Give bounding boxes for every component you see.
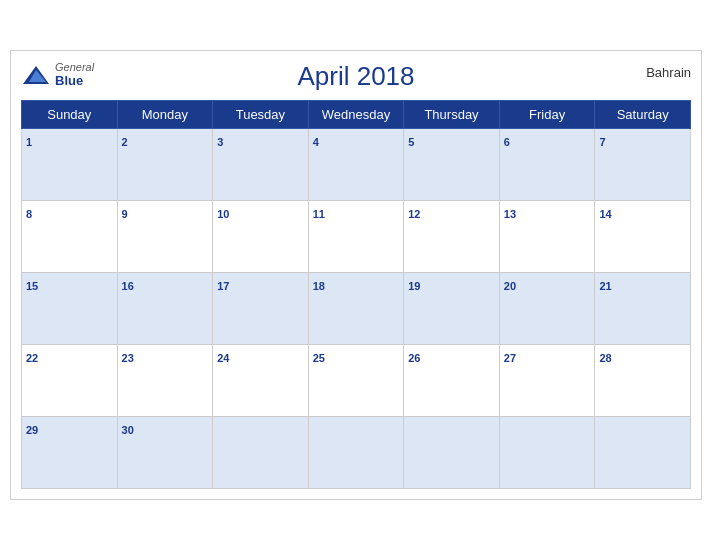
day-number: 3 (217, 136, 223, 148)
calendar-cell: 14 (595, 201, 691, 273)
calendar-week-row-4: 22232425262728 (22, 345, 691, 417)
calendar-cell: 5 (404, 129, 500, 201)
calendar-cell: 27 (499, 345, 595, 417)
logo-text-area: General Blue (55, 61, 94, 88)
calendar-cell: 7 (595, 129, 691, 201)
calendar-cell: 6 (499, 129, 595, 201)
calendar-cell: 26 (404, 345, 500, 417)
calendar-week-row-1: 1234567 (22, 129, 691, 201)
calendar-thead: Sunday Monday Tuesday Wednesday Thursday… (22, 101, 691, 129)
day-number: 11 (313, 208, 325, 220)
day-number: 29 (26, 424, 38, 436)
calendar-cell: 23 (117, 345, 213, 417)
calendar-week-row-5: 2930 (22, 417, 691, 489)
calendar-cell: 11 (308, 201, 404, 273)
day-number: 8 (26, 208, 32, 220)
calendar-cell (308, 417, 404, 489)
calendar-cell: 2 (117, 129, 213, 201)
calendar-cell: 18 (308, 273, 404, 345)
day-number: 1 (26, 136, 32, 148)
header-wednesday: Wednesday (308, 101, 404, 129)
header-monday: Monday (117, 101, 213, 129)
calendar-cell: 10 (213, 201, 309, 273)
day-number: 24 (217, 352, 229, 364)
day-number: 25 (313, 352, 325, 364)
header-saturday: Saturday (595, 101, 691, 129)
day-number: 10 (217, 208, 229, 220)
calendar-cell: 12 (404, 201, 500, 273)
day-number: 23 (122, 352, 134, 364)
day-number: 4 (313, 136, 319, 148)
weekday-header-row: Sunday Monday Tuesday Wednesday Thursday… (22, 101, 691, 129)
calendar-cell: 16 (117, 273, 213, 345)
logo-area: General Blue (21, 61, 94, 88)
day-number: 21 (599, 280, 611, 292)
logo-blue-text: Blue (55, 73, 94, 88)
calendar-container: General Blue April 2018 Bahrain Sunday M… (10, 50, 702, 500)
day-number: 14 (599, 208, 611, 220)
day-number: 9 (122, 208, 128, 220)
calendar-cell: 25 (308, 345, 404, 417)
logo-icon (21, 64, 51, 86)
header-tuesday: Tuesday (213, 101, 309, 129)
calendar-cell: 1 (22, 129, 118, 201)
day-number: 22 (26, 352, 38, 364)
calendar-cell (595, 417, 691, 489)
day-number: 26 (408, 352, 420, 364)
calendar-body: 1234567891011121314151617181920212223242… (22, 129, 691, 489)
calendar-cell: 22 (22, 345, 118, 417)
calendar-cell: 13 (499, 201, 595, 273)
calendar-title: April 2018 (297, 61, 414, 92)
country-label: Bahrain (646, 65, 691, 80)
day-number: 30 (122, 424, 134, 436)
day-number: 5 (408, 136, 414, 148)
day-number: 2 (122, 136, 128, 148)
day-number: 18 (313, 280, 325, 292)
day-number: 27 (504, 352, 516, 364)
calendar-cell: 20 (499, 273, 595, 345)
header-sunday: Sunday (22, 101, 118, 129)
header-thursday: Thursday (404, 101, 500, 129)
day-number: 15 (26, 280, 38, 292)
day-number: 7 (599, 136, 605, 148)
calendar-table: Sunday Monday Tuesday Wednesday Thursday… (21, 100, 691, 489)
calendar-cell: 30 (117, 417, 213, 489)
calendar-cell: 19 (404, 273, 500, 345)
day-number: 6 (504, 136, 510, 148)
calendar-cell: 28 (595, 345, 691, 417)
calendar-week-row-2: 891011121314 (22, 201, 691, 273)
calendar-cell: 21 (595, 273, 691, 345)
day-number: 20 (504, 280, 516, 292)
day-number: 17 (217, 280, 229, 292)
calendar-cell (213, 417, 309, 489)
calendar-cell: 4 (308, 129, 404, 201)
day-number: 16 (122, 280, 134, 292)
logo-general-text: General (55, 61, 94, 73)
header-friday: Friday (499, 101, 595, 129)
calendar-cell: 8 (22, 201, 118, 273)
logo-wrapper: General Blue (21, 61, 94, 88)
day-number: 19 (408, 280, 420, 292)
day-number: 13 (504, 208, 516, 220)
day-number: 28 (599, 352, 611, 364)
calendar-header: General Blue April 2018 Bahrain (21, 61, 691, 92)
day-number: 12 (408, 208, 420, 220)
calendar-cell: 3 (213, 129, 309, 201)
calendar-cell: 17 (213, 273, 309, 345)
calendar-cell (499, 417, 595, 489)
calendar-cell: 29 (22, 417, 118, 489)
calendar-cell (404, 417, 500, 489)
calendar-week-row-3: 15161718192021 (22, 273, 691, 345)
calendar-cell: 24 (213, 345, 309, 417)
calendar-cell: 15 (22, 273, 118, 345)
calendar-cell: 9 (117, 201, 213, 273)
